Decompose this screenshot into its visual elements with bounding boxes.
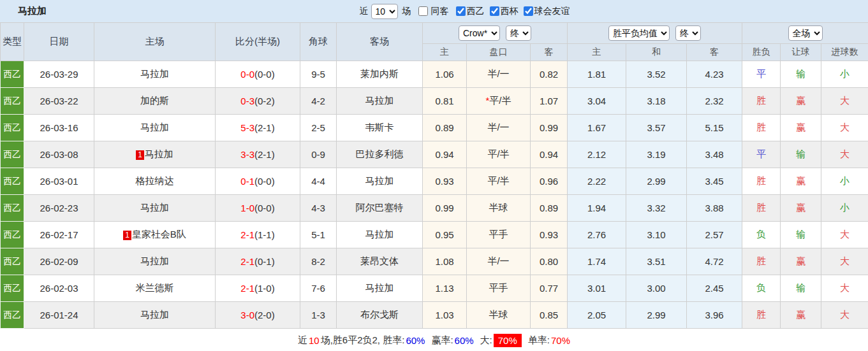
goals-cell: 大 xyxy=(821,115,868,141)
home-team-name[interactable]: 马拉加 xyxy=(140,309,169,320)
league-type-cell: 西乙 xyxy=(1,195,24,222)
home-odds-cell: 1.06 xyxy=(423,61,467,88)
result-cell: 胜 xyxy=(742,302,781,329)
goals-cell: 小 xyxy=(821,61,868,88)
handicap-cell: 半/一 xyxy=(467,61,531,88)
odds-rate-label: 赢率: xyxy=(431,334,453,347)
sub-header-handicap: 盘口 xyxy=(467,44,531,61)
result-cell: 胜 xyxy=(742,248,781,275)
recent-count-select[interactable]: 10 xyxy=(371,4,398,19)
away-team-name[interactable]: 阿尔巴塞特 xyxy=(356,202,404,213)
match-date-cell: 26-01-24 xyxy=(24,302,94,329)
friendly-checkbox[interactable] xyxy=(524,6,533,16)
match-history-table: 类型 日期 主场 比分(半场) 角球 客场 Crow* 终 胜平负均值 终 xyxy=(0,22,868,329)
friendly-label: 球会友谊 xyxy=(534,6,570,17)
league-type-cell: 西乙 xyxy=(1,61,24,88)
home-team-name[interactable]: 格拉纳达 xyxy=(136,175,174,186)
summary-footer: 近10场,胜6平2负2, 胜率:60% 赢率:60% 大:70% 单率:70% xyxy=(0,329,868,351)
summary-record: 场,胜6平2负2, 胜率: xyxy=(321,334,405,347)
handicap-result-cell: 赢 xyxy=(781,195,821,222)
home-team-name[interactable]: 马拉加 xyxy=(140,255,169,266)
corner-cell: 8-2 xyxy=(300,248,337,275)
period-select[interactable]: 全场 xyxy=(788,25,823,41)
league-checkbox[interactable] xyxy=(456,6,466,16)
single-rate-value: 70% xyxy=(551,335,570,346)
home-team-name[interactable]: 马拉加 xyxy=(140,122,169,133)
away-team-name[interactable]: 马拉加 xyxy=(365,282,394,293)
away-team-cell: 阿尔巴塞特 xyxy=(337,195,423,222)
odds-time-select[interactable]: 终 xyxy=(506,25,531,41)
avg-draw-cell: 3.32 xyxy=(626,195,687,222)
away-team-cell: 马拉加 xyxy=(337,275,423,302)
away-team-name[interactable]: 马拉加 xyxy=(365,95,394,106)
col-header-home: 主场 xyxy=(94,23,216,61)
score-cell: 5-3(2-1) xyxy=(216,115,300,141)
home-team-name[interactable]: 马拉加 xyxy=(140,202,169,213)
home-team-cell: 马拉加 xyxy=(94,115,216,141)
away-team-name[interactable]: 韦斯卡 xyxy=(365,122,394,133)
home-team-name[interactable]: 皇家社会B队 xyxy=(132,229,186,240)
fulltime-score: 5-3 xyxy=(240,122,254,133)
league-type-cell: 西乙 xyxy=(1,88,24,115)
handicap-result-cell: 赢 xyxy=(781,115,821,141)
away-team-name[interactable]: 马拉加 xyxy=(365,175,394,186)
avg-loss-cell: 3.96 xyxy=(687,302,742,329)
away-odds-cell: 0.94 xyxy=(531,141,568,168)
home-team-name[interactable]: 马拉加 xyxy=(140,68,169,79)
goals-cell: 大 xyxy=(821,302,868,329)
handicap-cell: 平手 xyxy=(467,275,531,302)
away-team-name[interactable]: 巴拉多利德 xyxy=(356,148,404,159)
score-cell: 2-1(0-1) xyxy=(216,248,300,275)
goals-cell: 大 xyxy=(821,88,868,115)
away-team-cell: 马拉加 xyxy=(337,222,423,248)
match-date-cell: 26-03-01 xyxy=(24,168,94,195)
handicap-cell: 平/半 xyxy=(467,168,531,195)
avg-loss-cell: 2.32 xyxy=(687,88,742,115)
handicap-text: 平/半 xyxy=(487,148,509,159)
avg-draw-cell: 3.19 xyxy=(626,141,687,168)
table-row: 西乙 26-03-16 马拉加 5-3(2-1) 2-5 韦斯卡 0.89 半/… xyxy=(1,115,868,141)
score-cell: 2-1(1-0) xyxy=(216,275,300,302)
handicap-result-cell: 赢 xyxy=(781,88,821,115)
corner-cell: 1-3 xyxy=(300,302,337,329)
avg-draw-cell: 2.99 xyxy=(626,168,687,195)
away-team-name[interactable]: 莱昂文体 xyxy=(360,255,399,266)
match-date-cell: 26-03-16 xyxy=(24,115,94,141)
cup-checkbox[interactable] xyxy=(490,6,499,16)
away-team-cell: 韦斯卡 xyxy=(337,115,423,141)
home-team-cell: 马拉加 xyxy=(94,61,216,88)
recent-label: 近 xyxy=(360,6,369,17)
table-row: 西乙 26-02-03 米兰德斯 2-1(1-0) 7-6 马拉加 1.13 平… xyxy=(1,275,868,302)
home-team-name[interactable]: 米兰德斯 xyxy=(136,282,174,293)
table-row: 西乙 26-03-01 格拉纳达 0-1(0-0) 4-4 马拉加 0.93 平… xyxy=(1,168,868,195)
handicap-result-cell: 输 xyxy=(781,61,821,88)
handicap-text: 半/一 xyxy=(487,255,509,266)
handicap-result-cell: 赢 xyxy=(781,168,821,195)
same-away-checkbox[interactable] xyxy=(418,6,428,16)
away-team-name[interactable]: 马拉加 xyxy=(365,229,394,240)
avg-time-select[interactable]: 终 xyxy=(675,25,701,41)
fulltime-score: 2-1 xyxy=(240,256,254,267)
fulltime-score: 2-1 xyxy=(240,283,254,294)
away-team-name[interactable]: 布尔戈斯 xyxy=(360,309,399,320)
handicap-cell: *平/半 xyxy=(467,88,531,115)
matches-label: 场 xyxy=(402,6,411,17)
avg-draw-cell: 3.00 xyxy=(626,275,687,302)
halftime-score: (2-1) xyxy=(254,149,275,160)
home-team-cell: 格拉纳达 xyxy=(94,168,216,195)
home-team-name[interactable]: 加的斯 xyxy=(140,95,169,106)
avg-loss-cell: 2.45 xyxy=(687,275,742,302)
cup-label: 西杯 xyxy=(501,6,519,17)
fulltime-score: 0-0 xyxy=(240,69,254,80)
avg-type-select[interactable]: 胜平负均值 xyxy=(608,25,670,41)
fulltime-score: 3-0 xyxy=(240,310,254,320)
halftime-score: (0-1) xyxy=(254,256,275,267)
away-team-name[interactable]: 莱加内斯 xyxy=(360,68,399,79)
sub-header-odds-home: 主 xyxy=(423,44,467,61)
handicap-result-cell: 赢 xyxy=(781,302,821,329)
home-team-name[interactable]: 马拉加 xyxy=(145,148,173,159)
bookmaker-select[interactable]: Crow* xyxy=(459,25,500,41)
handicap-result-cell: 赢 xyxy=(781,248,821,275)
avg-win-cell: 1.74 xyxy=(568,248,626,275)
same-away-label: 同客 xyxy=(431,6,449,17)
